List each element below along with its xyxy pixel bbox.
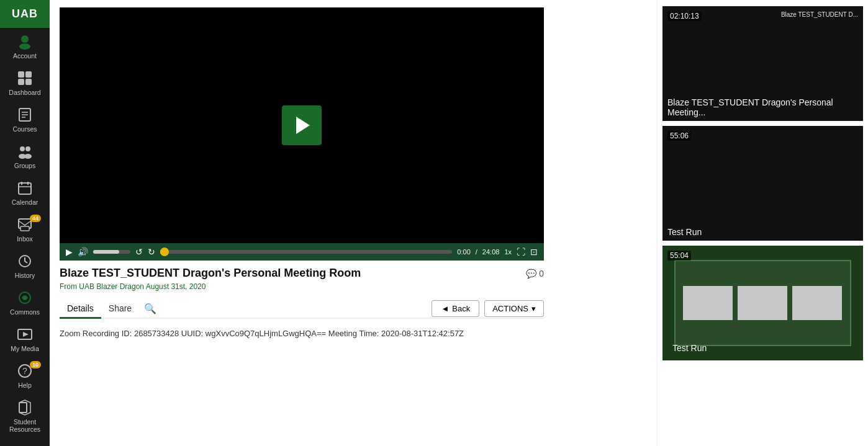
video-title: Blaze TEST_STUDENT Dragon's Personal Mee…	[60, 267, 361, 280]
sidebar-item-inbox[interactable]: 44 Inbox	[0, 211, 50, 248]
comment-count: 💬 0	[526, 269, 544, 279]
tab-search-icon[interactable]: 🔍	[144, 303, 156, 314]
svg-point-11	[25, 146, 30, 151]
time-separator: /	[476, 248, 477, 256]
rv2-title: Test Run	[662, 223, 863, 241]
video-description: Zoom Recording ID: 2685733428 UUID: wgXv…	[60, 329, 544, 338]
svg-point-10	[20, 146, 25, 151]
video-section: ▶ 🔊 ↺ ↻ 0:00 / 24:08 1x ⛶ ⊡	[50, 0, 657, 446]
video-tabs: Details Share 🔍 ◄ Back ACTIONS ▾	[60, 300, 544, 319]
time-total: 24:08	[482, 248, 500, 256]
whiteboard-1	[683, 286, 733, 320]
account-icon	[16, 33, 34, 50]
video-player[interactable]	[60, 7, 544, 243]
sidebar: UAB Account Dashboard Courses Groups Cal…	[0, 0, 50, 446]
history-icon	[16, 252, 34, 270]
commons-icon	[16, 289, 34, 306]
rv3-duration: 55:04	[667, 251, 691, 261]
svg-rect-14	[19, 183, 31, 194]
speed-button[interactable]: 1x	[504, 248, 512, 256]
logo-text: UAB	[12, 7, 38, 20]
sidebar-item-student-resources[interactable]: Student Resources	[0, 394, 50, 438]
video-controls: ▶ 🔊 ↺ ↻ 0:00 / 24:08 1x ⛶ ⊡	[60, 243, 544, 261]
svg-rect-19	[20, 226, 29, 231]
whiteboard-2	[738, 286, 787, 320]
fullscreen-button[interactable]: ⛶	[517, 247, 525, 257]
mute-button[interactable]: 🔊	[78, 247, 88, 257]
sidebar-item-dashboard-label: Dashboard	[9, 89, 40, 96]
comment-count-value: 0	[539, 269, 544, 279]
sidebar-item-groups[interactable]: Groups	[0, 138, 50, 174]
actions-button[interactable]: ACTIONS ▾	[484, 300, 544, 317]
sidebar-item-groups-label: Groups	[14, 162, 35, 169]
sidebar-item-inbox-label: Inbox	[17, 235, 33, 243]
right-panel: 02:10:13 Blaze TEST_STUDENT D... Blaze T…	[657, 0, 868, 446]
sidebar-item-help[interactable]: 10 ? Help	[0, 357, 50, 394]
groups-icon	[16, 143, 34, 160]
actions-chevron-icon: ▾	[531, 304, 536, 313]
svg-rect-2	[18, 71, 24, 78]
svg-rect-4	[18, 79, 24, 85]
courses-icon	[16, 106, 34, 123]
sidebar-item-help-label: Help	[18, 381, 32, 389]
video-title-row: Blaze TEST_STUDENT Dragon's Personal Mee…	[60, 267, 544, 280]
back-label: Back	[452, 304, 470, 313]
sidebar-item-my-media[interactable]: My Media	[0, 321, 50, 357]
sidebar-item-account-label: Account	[13, 52, 37, 60]
svg-rect-5	[25, 79, 32, 85]
actions-label: ACTIONS	[492, 304, 528, 313]
svg-rect-3	[25, 71, 32, 78]
inbox-badge: 44	[30, 215, 41, 222]
tab-share[interactable]: Share	[101, 300, 139, 319]
help-badge: 10	[30, 361, 41, 368]
sidebar-item-commons-label: Commons	[10, 308, 40, 316]
sidebar-item-student-resources-label: Student Resources	[2, 418, 47, 433]
related-video-3[interactable]: 55:04 Test Run	[662, 246, 863, 360]
time-current: 0:00	[457, 248, 470, 256]
svg-marker-23	[23, 332, 29, 337]
rv1-duration: 02:10:13	[667, 11, 702, 21]
sidebar-item-commons[interactable]: Commons	[0, 284, 50, 321]
sidebar-item-history-label: History	[15, 272, 35, 279]
svg-rect-26	[19, 403, 27, 413]
svg-point-0	[21, 35, 29, 43]
my-media-icon	[16, 326, 34, 343]
sidebar-item-courses-label: Courses	[12, 125, 37, 133]
whiteboard-3	[792, 286, 842, 320]
back-arrow-icon: ◄	[441, 304, 449, 313]
back-button[interactable]: ◄ Back	[432, 300, 479, 317]
tab-details[interactable]: Details	[60, 300, 101, 319]
comment-icon: 💬	[526, 269, 536, 279]
video-meta: From UAB Blazer Dragon August 31st, 2020	[60, 282, 544, 291]
play-pause-button[interactable]: ▶	[66, 247, 73, 257]
svg-text:?: ?	[22, 366, 27, 376]
classroom-image	[674, 260, 851, 346]
sidebar-logo[interactable]: UAB	[0, 0, 50, 28]
student-resources-icon	[16, 399, 34, 416]
volume-bar[interactable]	[93, 250, 130, 254]
related-video-2[interactable]: 55:06 Test Run	[662, 126, 863, 241]
tab-actions: ◄ Back ACTIONS ▾	[432, 300, 544, 317]
calendar-icon	[16, 179, 34, 197]
sidebar-item-my-media-label: My Media	[11, 345, 39, 352]
sidebar-item-calendar[interactable]: Calendar	[0, 174, 50, 211]
rv3-title: Test Run	[667, 339, 863, 357]
sidebar-item-courses[interactable]: Courses	[0, 101, 50, 138]
rv1-title: Blaze TEST_STUDENT Dragon's Personal Mee…	[662, 94, 863, 121]
sidebar-item-history[interactable]: History	[0, 248, 50, 284]
rv2-duration: 55:06	[667, 131, 691, 141]
related-video-1[interactable]: 02:10:13 Blaze TEST_STUDENT D... Blaze T…	[662, 6, 863, 121]
sidebar-item-account[interactable]: Account	[0, 28, 50, 65]
main-content: ▶ 🔊 ↺ ↻ 0:00 / 24:08 1x ⛶ ⊡	[50, 0, 868, 446]
pip-button[interactable]: ⊡	[530, 247, 538, 257]
seek-bar[interactable]	[160, 250, 452, 254]
play-button[interactable]	[282, 105, 322, 145]
sidebar-collapse-button[interactable]: ←	[0, 438, 50, 446]
dashboard-icon	[16, 69, 34, 87]
svg-point-13	[24, 154, 32, 159]
forward-button[interactable]: ↻	[148, 247, 155, 257]
sidebar-item-dashboard[interactable]: Dashboard	[0, 65, 50, 101]
rv1-title-overlay: Blaze TEST_STUDENT D...	[781, 11, 858, 18]
sidebar-item-calendar-label: Calendar	[12, 198, 38, 206]
rewind-button[interactable]: ↺	[135, 247, 143, 257]
